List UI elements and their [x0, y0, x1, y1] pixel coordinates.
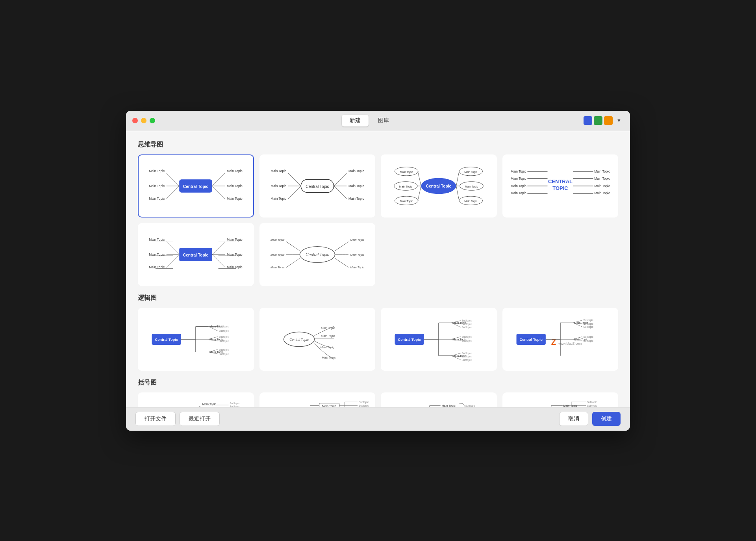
svg-text:Subtopic: Subtopic — [219, 335, 229, 338]
svg-text:Main Topic: Main Topic — [442, 404, 456, 407]
cancel-button[interactable]: 取消 — [559, 412, 588, 426]
svg-text:Main Topic: Main Topic — [563, 404, 577, 407]
bracket-grid: Central Topic Main Topic Subtopic Subtop… — [138, 392, 618, 407]
template-mm3-inner: Central Topic Main Topic Main Topic Main… — [382, 155, 496, 217]
template-mm5[interactable]: Central Topic Main Topic Main Topic Main… — [138, 223, 254, 286]
template-lg1[interactable]: Central Topic Main Topic Subtopic Subtop… — [138, 308, 254, 371]
svg-text:Main Topic: Main Topic — [400, 199, 413, 203]
template-br2[interactable]: Central Topic Main Topic Subtopic — [259, 392, 376, 407]
svg-text:Subtopic: Subtopic — [219, 352, 229, 355]
svg-line-72 — [167, 255, 180, 268]
svg-text:Z: Z — [551, 337, 556, 346]
close-button[interactable] — [132, 118, 138, 123]
mindmap-grid: Central Topic Main Topic Main Topic Main… — [138, 154, 618, 286]
svg-text:Main Topic: Main Topic — [511, 169, 526, 173]
mm5-svg: Central Topic Main Topic Main Topic Main… — [145, 227, 247, 282]
color-chevron-button[interactable]: ▼ — [614, 116, 624, 125]
svg-text:www.MacZ.com: www.MacZ.com — [558, 341, 582, 345]
mm4-svg: CENTRAL TOPIC Main Topic Main Topic Main… — [509, 158, 611, 214]
svg-text:Central Topic: Central Topic — [398, 337, 421, 341]
svg-line-78 — [212, 255, 225, 268]
mm3-svg: Central Topic Main Topic Main Topic Main… — [387, 158, 490, 214]
open-file-button[interactable]: 打开文件 — [135, 412, 176, 426]
svg-text:Subtopic: Subtopic — [465, 404, 476, 407]
template-lg3-inner: Central Topic Main Topic Subtopic Subtop… — [382, 309, 496, 370]
template-mm3[interactable]: Central Topic Main Topic Main Topic Main… — [381, 154, 497, 218]
svg-line-6 — [167, 186, 180, 199]
footer-left: 打开文件 最近打开 — [135, 412, 220, 426]
template-mm4[interactable]: CENTRAL TOPIC Main Topic Main Topic Main… — [502, 154, 619, 218]
create-button[interactable]: 创建 — [592, 412, 621, 426]
section-logic-title: 逻辑图 — [138, 294, 618, 302]
minimize-button[interactable] — [141, 118, 146, 123]
lg2-svg: Central Topic Main Topic Main Topic Main… — [266, 312, 369, 367]
svg-text:Subtopic: Subtopic — [583, 319, 593, 322]
svg-text:Subtopic: Subtopic — [219, 340, 229, 343]
section-mindmap: 思维导图 Central Topic Main Topic Mai — [138, 141, 618, 286]
svg-text:Main Topic: Main Topic — [348, 197, 364, 201]
svg-text:Main Topic: Main Topic — [149, 169, 165, 173]
template-br3[interactable]: Central Topic Main Topic Subtopic Subtop… — [381, 392, 497, 407]
svg-text:Subtopic: Subtopic — [462, 319, 472, 322]
svg-line-20 — [288, 186, 301, 199]
template-lg2-inner: Central Topic Main Topic Main Topic Main… — [260, 309, 375, 370]
mm6-svg: Central Topic Main Topic Main Topic Main… — [266, 227, 369, 282]
svg-text:Subtopic: Subtopic — [219, 329, 229, 333]
svg-line-47 — [456, 186, 459, 201]
svg-line-68 — [167, 242, 180, 255]
svg-line-45 — [456, 171, 459, 186]
svg-text:Subtopic: Subtopic — [462, 355, 472, 358]
lg1-svg: Central Topic Main Topic Subtopic Subtop… — [145, 312, 247, 367]
svg-text:Central Topic: Central Topic — [306, 252, 329, 257]
svg-text:Subtopic: Subtopic — [587, 404, 597, 407]
svg-line-16 — [288, 173, 301, 186]
svg-text:Main Topic: Main Topic — [227, 265, 243, 269]
mm1-svg: Central Topic Main Topic Main Topic Main… — [145, 158, 247, 214]
svg-text:Main Topic: Main Topic — [464, 199, 478, 203]
template-mm2[interactable]: Central Topic Main Topic Main Topic Main… — [259, 154, 376, 218]
template-lg3[interactable]: Central Topic Main Topic Subtopic Subtop… — [381, 308, 497, 371]
br4-svg: Central Topic Main Topic Subtopic Subtop… — [509, 396, 611, 407]
svg-text:Main Topic: Main Topic — [350, 266, 364, 269]
template-br4[interactable]: Central Topic Main Topic Subtopic Subtop… — [502, 392, 619, 407]
color-swatch-blue[interactable] — [584, 116, 592, 125]
template-mm5-inner: Central Topic Main Topic Main Topic Main… — [139, 224, 253, 285]
svg-text:Main Topic: Main Topic — [511, 177, 526, 180]
template-mm1[interactable]: Central Topic Main Topic Main Topic Main… — [138, 154, 254, 218]
template-mm6[interactable]: Central Topic Main Topic Main Topic Main… — [259, 223, 376, 286]
template-lg4[interactable]: Central Topic Z www.MacZ.com Main Topic … — [502, 308, 619, 371]
svg-text:Main Topic: Main Topic — [271, 253, 285, 256]
svg-text:Subtopic: Subtopic — [583, 339, 593, 342]
content-area: 思维导图 Central Topic Main Topic Mai — [126, 131, 630, 407]
svg-text:Central Topic: Central Topic — [426, 184, 452, 188]
svg-text:Main Topic: Main Topic — [202, 402, 217, 405]
lg3-svg: Central Topic Main Topic Subtopic Subtop… — [387, 312, 490, 367]
template-br1[interactable]: Central Topic Main Topic Subtopic Subtop… — [138, 392, 254, 407]
template-br3-inner: Central Topic Main Topic Subtopic Subtop… — [382, 393, 496, 407]
section-mindmap-title: 思维导图 — [138, 141, 618, 149]
svg-text:Main Topic: Main Topic — [594, 169, 610, 173]
color-swatch-orange[interactable] — [604, 116, 613, 125]
svg-text:Main Topic: Main Topic — [149, 252, 165, 256]
template-mm1-inner: Central Topic Main Topic Main Topic Main… — [139, 155, 253, 217]
svg-text:TOPIC: TOPIC — [552, 185, 568, 191]
svg-text:Main Topic: Main Topic — [271, 169, 286, 173]
template-br4-inner: Central Topic Main Topic Subtopic Subtop… — [503, 393, 618, 407]
template-lg2[interactable]: Central Topic Main Topic Main Topic Main… — [259, 308, 376, 371]
svg-text:Main Topic: Main Topic — [465, 185, 478, 188]
svg-text:Subtopic: Subtopic — [462, 335, 472, 338]
nav-gallery-button[interactable]: 图库 — [370, 115, 397, 126]
section-bracket-title: 括号图 — [138, 379, 618, 387]
maximize-button[interactable] — [150, 118, 155, 123]
svg-text:Subtopic: Subtopic — [462, 326, 472, 329]
svg-text:Main Topic: Main Topic — [511, 191, 526, 195]
svg-text:Subtopic: Subtopic — [230, 405, 240, 407]
nav-new-button[interactable]: 新建 — [342, 115, 369, 126]
svg-text:Central Topic: Central Topic — [183, 253, 209, 257]
svg-text:Subtopic: Subtopic — [462, 322, 472, 325]
logic-grid: Central Topic Main Topic Subtopic Subtop… — [138, 308, 618, 371]
svg-text:Main Topic: Main Topic — [271, 184, 286, 188]
recent-files-button[interactable]: 最近打开 — [180, 412, 220, 426]
titlebar: 新建 图库 ▼ — [126, 111, 630, 131]
color-swatch-green[interactable] — [594, 116, 602, 125]
